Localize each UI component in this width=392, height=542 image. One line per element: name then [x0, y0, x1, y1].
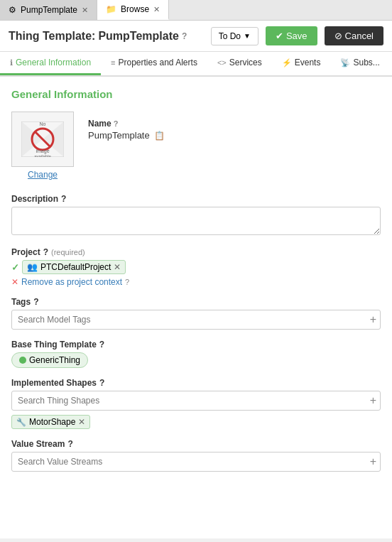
- page-title: Thing Template:PumpTemplate ?: [9, 30, 204, 43]
- cancel-ban-icon: ⊘: [334, 31, 342, 41]
- properties-tab-icon: ≡: [111, 58, 115, 67]
- base-thing-info-icon[interactable]: ?: [99, 340, 104, 349]
- image-placeholder: No image available: [11, 112, 74, 167]
- general-tab-icon: ℹ: [10, 58, 13, 67]
- copy-icon[interactable]: 📋: [154, 131, 165, 141]
- nav-tab-services[interactable]: <> Services: [207, 52, 272, 75]
- nav-tab-events[interactable]: ⚡ Events: [272, 52, 331, 75]
- tags-add-button[interactable]: +: [370, 313, 376, 326]
- description-info-icon[interactable]: ?: [61, 194, 66, 204]
- remove-project-info-icon[interactable]: ?: [125, 278, 129, 286]
- tags-info-icon[interactable]: ?: [33, 297, 38, 307]
- properties-tab-label: Properties and Alerts: [118, 58, 197, 67]
- shape-tag-close[interactable]: ✕: [78, 417, 85, 427]
- project-info-icon[interactable]: ?: [43, 247, 48, 257]
- save-check-icon: ✔: [276, 31, 283, 41]
- tags-search-container: +: [11, 310, 381, 330]
- value-stream-search-container: +: [11, 452, 381, 472]
- base-thing-value: GenericThing: [29, 355, 80, 365]
- subscriptions-tab-label: Subs...: [353, 58, 379, 67]
- value-stream-add-button[interactable]: +: [370, 455, 376, 468]
- description-label: Description ?: [11, 194, 381, 204]
- shape-tag: 🔧 MotorShape ✕: [11, 415, 90, 429]
- project-name: PTCDefaultProject: [40, 262, 111, 272]
- cancel-button[interactable]: ⊘ Cancel: [325, 26, 383, 45]
- svg-text:No: No: [40, 121, 46, 126]
- tab-bar: ⚙ PumpTemplate ✕ 📁 Browse ✕: [0, 0, 392, 21]
- save-label: Save: [286, 31, 307, 41]
- name-info-icon[interactable]: ?: [114, 119, 119, 128]
- base-thing-label: Base Thing Template ?: [11, 340, 381, 349]
- project-label: Project ? (required): [11, 247, 381, 257]
- title-info-icon[interactable]: ?: [182, 31, 187, 41]
- tab-pump-template[interactable]: ⚙ PumpTemplate ✕: [0, 0, 97, 20]
- events-tab-icon: ⚡: [282, 58, 292, 67]
- remove-project-row: ✕ Remove as project context ?: [11, 277, 381, 287]
- base-thing-item: GenericThing: [11, 352, 88, 368]
- page-header: Thing Template:PumpTemplate ? To Do ▼ ✔ …: [0, 21, 392, 52]
- tags-label: Tags ?: [11, 297, 381, 307]
- image-block: No image available Change: [11, 112, 74, 180]
- value-stream-label: Value Stream ?: [11, 439, 381, 449]
- nav-tab-subscriptions[interactable]: 📡 Subs...: [330, 52, 389, 75]
- pump-template-tab-close[interactable]: ✕: [82, 6, 88, 15]
- description-input[interactable]: [11, 207, 381, 235]
- value-stream-search-input[interactable]: [11, 452, 381, 472]
- change-image-link[interactable]: Change: [11, 170, 74, 180]
- base-thing-group: Base Thing Template ? GenericThing: [11, 340, 381, 368]
- name-value: PumpTemplate 📋: [88, 130, 165, 141]
- project-people-icon: 👥: [27, 262, 38, 272]
- title-text: Thing Template:: [9, 30, 95, 43]
- template-name: PumpTemplate: [98, 30, 179, 43]
- main-content: General Information No image available C…: [0, 77, 392, 538]
- shapes-group: Implemented Shapes ? + 🔧 MotorShape ✕: [11, 378, 381, 429]
- remove-project-link[interactable]: Remove as project context: [21, 277, 122, 287]
- todo-label: To Do: [219, 31, 241, 41]
- description-group: Description ?: [11, 194, 381, 237]
- nav-tab-properties[interactable]: ≡ Properties and Alerts: [101, 52, 207, 75]
- browse-tab-label: Browse: [121, 4, 149, 14]
- shapes-search-input[interactable]: [11, 391, 381, 411]
- shapes-label: Implemented Shapes ?: [11, 378, 381, 388]
- shapes-search-container: +: [11, 391, 381, 411]
- browse-tab-close[interactable]: ✕: [153, 5, 160, 14]
- no-image-svg: No image available: [21, 121, 64, 157]
- name-label: Name ?: [88, 119, 165, 129]
- pump-template-tab-icon: ⚙: [9, 5, 16, 15]
- svg-text:available: available: [34, 154, 51, 157]
- svg-text:image: image: [36, 148, 49, 154]
- browse-tab-icon: 📁: [106, 4, 116, 14]
- value-stream-info-icon[interactable]: ?: [67, 439, 72, 449]
- nav-tabs: ℹ General Information ≡ Properties and A…: [0, 52, 392, 77]
- services-tab-label: Services: [229, 58, 262, 67]
- project-item: 👥 PTCDefaultProject ✕: [22, 260, 126, 274]
- subscriptions-tab-icon: 📡: [340, 58, 350, 67]
- todo-arrow-icon: ▼: [244, 32, 251, 40]
- shape-tag-icon: 🔧: [16, 418, 26, 427]
- name-block: Name ? PumpTemplate 📋: [88, 119, 165, 141]
- tab-browse[interactable]: 📁 Browse ✕: [97, 0, 169, 20]
- save-button[interactable]: ✔ Save: [266, 26, 317, 45]
- todo-button[interactable]: To Do ▼: [211, 27, 258, 45]
- tags-group: Tags ? +: [11, 297, 381, 330]
- value-stream-group: Value Stream ? +: [11, 439, 381, 472]
- services-tab-icon: <>: [217, 58, 227, 67]
- shapes-add-button[interactable]: +: [370, 394, 376, 407]
- project-group: Project ? (required) ✓ 👥 PTCDefaultProje…: [11, 247, 381, 287]
- shape-tag-label: MotorShape: [29, 417, 75, 427]
- nav-tab-general[interactable]: ℹ General Information: [0, 52, 101, 75]
- events-tab-label: Events: [295, 58, 321, 67]
- project-remove-icon[interactable]: ✕: [114, 262, 121, 272]
- project-checkmark: ✓: [11, 262, 19, 273]
- remove-x-icon: ✕: [11, 277, 18, 287]
- general-tab-label: General Information: [16, 58, 91, 67]
- cancel-label: Cancel: [345, 31, 374, 41]
- tags-search-input[interactable]: [11, 310, 381, 330]
- section-title: General Information: [11, 88, 381, 100]
- base-thing-dot-icon: [19, 357, 26, 364]
- project-container: ✓ 👥 PTCDefaultProject ✕: [11, 260, 381, 274]
- image-name-row: No image available Change Name ? PumpTem…: [11, 112, 381, 180]
- shapes-info-icon[interactable]: ?: [99, 378, 104, 388]
- pump-template-tab-label: PumpTemplate: [21, 5, 77, 15]
